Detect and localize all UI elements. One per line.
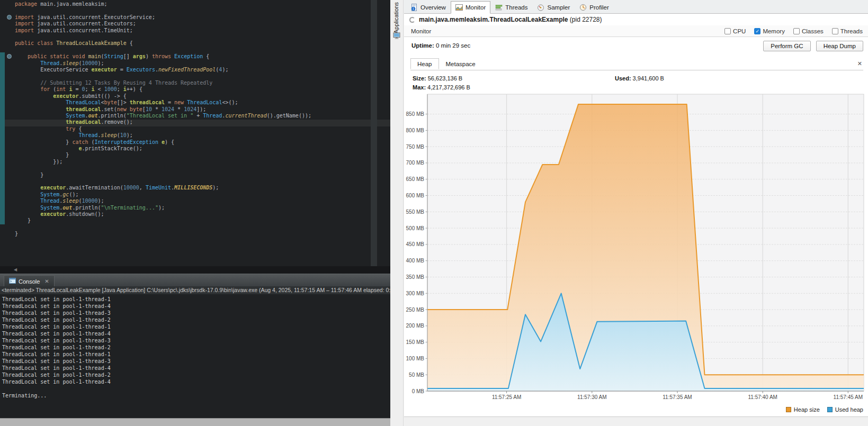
threads-icon <box>495 4 503 11</box>
gutter-marker-icon[interactable] <box>7 54 12 59</box>
code-line: ThreadLocal<byte[]> threadLocal = new Th… <box>15 99 311 106</box>
editor-vertical-scrollbar[interactable] <box>371 0 377 266</box>
subtab-heap[interactable]: Heap <box>410 58 439 69</box>
console-line: ThreadLocal set in pool-1-thread-4 <box>2 365 390 371</box>
action-button-group: Perform GCHeap Dump <box>763 41 863 51</box>
editor-horizontal-scrollbar[interactable]: ◀ <box>0 266 390 274</box>
scroll-left-arrow-icon[interactable]: ◀ <box>14 267 17 272</box>
legend-swatch-icon <box>827 407 833 412</box>
console-line: ThreadLocal set in pool-1-thread-1 <box>2 296 390 303</box>
checkbox-label: Memory <box>763 28 785 34</box>
perform-gc-button[interactable]: Perform GC <box>763 41 810 51</box>
legend-label: Used heap <box>835 406 863 413</box>
monitor-body: Uptime: 0 min 29 sec Perform GCHeap Dump… <box>404 37 868 417</box>
svg-text:300 MB: 300 MB <box>406 291 425 296</box>
svg-text:11:57:40 AM: 11:57:40 AM <box>748 394 777 400</box>
svg-text:200 MB: 200 MB <box>406 323 425 329</box>
code-line: } <box>15 152 311 158</box>
tab-profiler[interactable]: Profiler <box>575 1 613 14</box>
svg-text:500 MB: 500 MB <box>406 225 425 231</box>
tab-sampler[interactable]: Sampler <box>532 1 575 14</box>
console-tab-label: Console <box>19 278 40 285</box>
unchecked-checkbox-icon[interactable] <box>832 28 838 34</box>
subtab-metaspace[interactable]: Metaspace <box>439 58 482 69</box>
console-line <box>2 385 390 392</box>
code-line <box>15 7 311 14</box>
code-line: } catch (InterruptedException e) { <box>15 139 311 146</box>
code-editor[interactable]: package main.java.memleaksim; import jav… <box>0 0 390 266</box>
heap-dump-button[interactable]: Heap Dump <box>816 41 863 51</box>
code-line: public class ThreadLocalLeakExample { <box>15 40 311 47</box>
spinner-icon <box>409 17 415 23</box>
monitor-section-header: Monitor CPU✓MemoryClassesThreads <box>404 25 868 37</box>
console-line: ThreadLocal set in pool-1-thread-4 <box>2 303 390 310</box>
tab-overview[interactable]: iOverview <box>406 1 451 14</box>
close-icon[interactable]: ✕ <box>857 60 862 67</box>
checkbox-threads[interactable]: Threads <box>832 28 863 34</box>
code-line: // Submitting 12 Tasks By Reusing 4 Thre… <box>15 80 311 86</box>
visualvm-tab-bar: iOverviewMonitorThreadsSamplerProfiler <box>404 0 868 14</box>
window-bottom-edge <box>0 418 390 426</box>
code-line <box>15 178 311 185</box>
console-line: ThreadLocal set in pool-1-thread-2 <box>2 316 390 323</box>
tab-console[interactable]: Console ✕ <box>4 275 55 287</box>
section-title: Monitor <box>411 28 431 34</box>
code-line: System.gc(); <box>15 192 311 198</box>
applications-sidebar-strip[interactable]: Applications <box>390 0 404 426</box>
checkbox-cpu[interactable]: CPU <box>724 28 746 34</box>
console-line: ThreadLocal set in pool-1-thread-3 <box>2 310 390 316</box>
console-line: ThreadLocal set in pool-1-thread-4 <box>2 330 390 337</box>
svg-text:650 MB: 650 MB <box>406 176 425 182</box>
tab-monitor[interactable]: Monitor <box>451 1 490 14</box>
code-line: executor.submit(() -> { <box>15 93 311 99</box>
overview-icon: i <box>410 4 418 11</box>
svg-text:250 MB: 250 MB <box>406 307 425 313</box>
code-line <box>15 165 311 171</box>
console-line: ThreadLocal set in pool-1-thread-3 <box>2 337 390 344</box>
code-content: package main.java.memleaksim; import jav… <box>15 1 311 238</box>
close-icon[interactable]: ✕ <box>44 278 49 284</box>
process-header: main.java.memleaksim.ThreadLocalLeakExam… <box>404 14 868 25</box>
code-line: System.out.println("ThreadLocal set in "… <box>15 113 311 119</box>
tab-label: Profiler <box>589 4 609 11</box>
tab-threads[interactable]: Threads <box>490 1 532 14</box>
code-line: } <box>15 231 311 237</box>
code-line: ExecutorService executor = Executors.new… <box>15 67 311 73</box>
svg-text:350 MB: 350 MB <box>406 274 425 280</box>
svg-text:750 MB: 750 MB <box>406 144 425 150</box>
svg-text:600 MB: 600 MB <box>406 193 425 198</box>
console-output[interactable]: ThreadLocal set in pool-1-thread-1Thread… <box>0 294 390 418</box>
visualvm-main: iOverviewMonitorThreadsSamplerProfiler m… <box>404 0 868 426</box>
svg-text:100 MB: 100 MB <box>406 356 425 361</box>
checkbox-label: CPU <box>733 28 746 34</box>
code-line <box>15 47 311 53</box>
svg-text:50 MB: 50 MB <box>409 372 424 378</box>
checked-checkbox-icon[interactable]: ✓ <box>754 28 760 34</box>
heap-subtab-bar: HeapMetaspace ✕ <box>410 58 863 70</box>
applications-sidebar-label[interactable]: Applications <box>393 2 399 33</box>
code-line: }); <box>15 159 311 165</box>
checkbox-label: Classes <box>802 28 824 34</box>
tab-label: Threads <box>505 4 527 11</box>
svg-text:850 MB: 850 MB <box>406 111 425 117</box>
code-line: Thread.sleep(10); <box>15 132 311 139</box>
unchecked-checkbox-icon[interactable] <box>724 28 731 34</box>
svg-text:800 MB: 800 MB <box>406 128 425 133</box>
legend-item: Heap size <box>786 406 820 413</box>
svg-text:11:57:45 AM: 11:57:45 AM <box>834 394 863 400</box>
applications-icon[interactable] <box>393 32 400 41</box>
svg-text:11:57:30 AM: 11:57:30 AM <box>577 394 606 400</box>
checkbox-memory[interactable]: ✓Memory <box>754 28 785 34</box>
code-line: } <box>15 217 311 224</box>
console-line: Terminating... <box>2 392 390 399</box>
svg-text:400 MB: 400 MB <box>406 258 425 264</box>
unchecked-checkbox-icon[interactable] <box>793 28 800 34</box>
console-tab-bar: Console ✕ <box>0 274 390 286</box>
checkbox-classes[interactable]: Classes <box>793 28 824 34</box>
svg-text:11:57:25 AM: 11:57:25 AM <box>492 394 521 400</box>
gutter-marker-icon[interactable] <box>7 15 12 20</box>
svg-text:450 MB: 450 MB <box>406 241 425 247</box>
code-line: import java.util.concurrent.Executors; <box>15 21 311 27</box>
heap-used-stat: Used: 3,941,600 B <box>615 75 664 81</box>
monitor-icon <box>455 4 463 11</box>
